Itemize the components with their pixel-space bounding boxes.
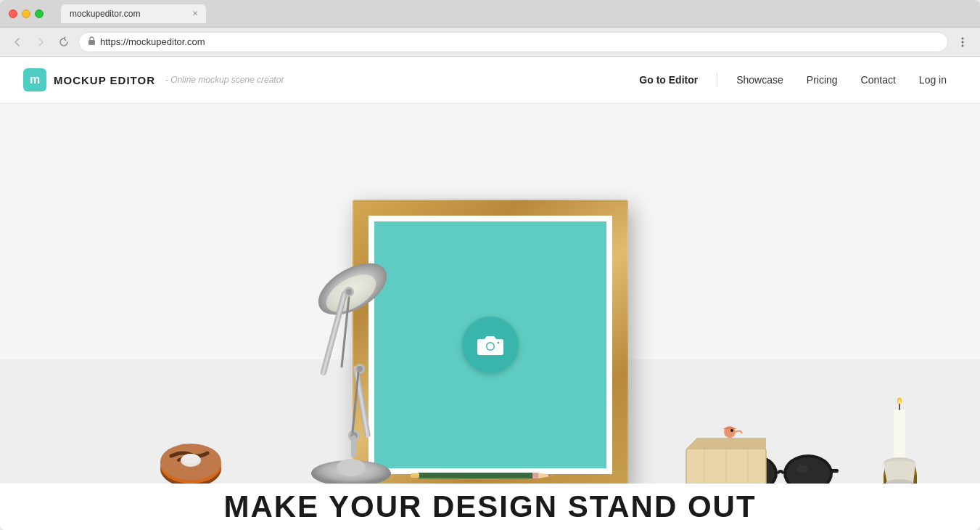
active-tab[interactable]: mockupeditor.com ✕: [61, 4, 206, 23]
logo-tagline: - Online mockup scene creator: [165, 75, 284, 85]
showcase-link[interactable]: Showcase: [726, 68, 794, 91]
refresh-button[interactable]: [55, 33, 73, 51]
svg-rect-17: [351, 436, 356, 457]
camera-icon: [477, 333, 504, 356]
tab-label: mockupeditor.com: [70, 9, 140, 19]
close-button[interactable]: [9, 9, 17, 18]
site-nav: Go to Editor Showcase Pricing Contact Lo…: [629, 68, 957, 91]
maximize-button[interactable]: [35, 9, 44, 18]
lock-icon: [88, 36, 96, 47]
scene-container: MAKE YOUR DESIGN STAND OUT: [0, 104, 980, 530]
contact-link[interactable]: Contact: [851, 68, 906, 91]
logo-icon: m: [23, 68, 46, 91]
url-input[interactable]: [100, 36, 939, 47]
address-bar[interactable]: [78, 32, 948, 52]
svg-point-5: [487, 343, 493, 350]
svg-point-3: [962, 44, 964, 46]
site-logo: m MOCKUP EDITOR - Online mockup scene cr…: [23, 68, 284, 91]
wooden-box-svg: [683, 423, 770, 492]
browser-menu-button[interactable]: [954, 33, 971, 51]
svg-point-14: [357, 366, 363, 372]
candle-svg: [868, 398, 933, 492]
tab-area: mockupeditor.com ✕: [61, 4, 971, 23]
browser-titlebar: mockupeditor.com ✕: [0, 0, 980, 28]
nav-divider: [717, 73, 717, 87]
goto-editor-link[interactable]: Go to Editor: [629, 68, 708, 91]
svg-point-12: [346, 289, 352, 295]
logo-name: MOCKUP EDITOR: [54, 74, 155, 86]
svg-rect-47: [893, 409, 906, 463]
svg-point-6: [497, 342, 499, 344]
website-content: m MOCKUP EDITOR - Online mockup scene cr…: [0, 57, 980, 530]
svg-point-2: [962, 41, 964, 43]
hero-headline: MAKE YOUR DESIGN STAND OUT: [0, 489, 980, 524]
candle-holder-prop: [868, 398, 933, 495]
back-button[interactable]: [9, 33, 26, 51]
svg-rect-30: [411, 473, 419, 478]
svg-point-19: [337, 459, 366, 476]
hero-section: MAKE YOUR DESIGN STAND OUT: [0, 104, 980, 530]
pricing-link[interactable]: Pricing: [796, 68, 848, 91]
lamp-svg: [265, 225, 425, 501]
browser-toolbar: [0, 28, 980, 57]
svg-point-46: [730, 429, 733, 432]
site-header: m MOCKUP EDITOR - Online mockup scene cr…: [0, 57, 980, 104]
pencil-prop: [411, 469, 556, 485]
logo-letter: m: [30, 73, 40, 86]
tab-close-icon[interactable]: ✕: [190, 9, 200, 19]
pencil-svg: [411, 469, 556, 482]
svg-rect-27: [418, 473, 538, 478]
upload-button[interactable]: [462, 317, 519, 373]
svg-point-51: [898, 399, 901, 404]
login-link[interactable]: Log in: [909, 68, 957, 91]
svg-point-39: [796, 465, 808, 473]
svg-point-26: [182, 454, 199, 464]
minimize-button[interactable]: [22, 9, 30, 18]
browser-window: mockupeditor.com ✕: [0, 0, 980, 530]
svg-rect-31: [532, 473, 538, 478]
traffic-lights: [9, 9, 44, 18]
forward-button[interactable]: [32, 33, 49, 51]
svg-point-1: [962, 37, 964, 39]
svg-rect-0: [88, 40, 95, 45]
headline-section: MAKE YOUR DESIGN STAND OUT: [0, 484, 980, 530]
desk-lamp: [265, 225, 425, 501]
